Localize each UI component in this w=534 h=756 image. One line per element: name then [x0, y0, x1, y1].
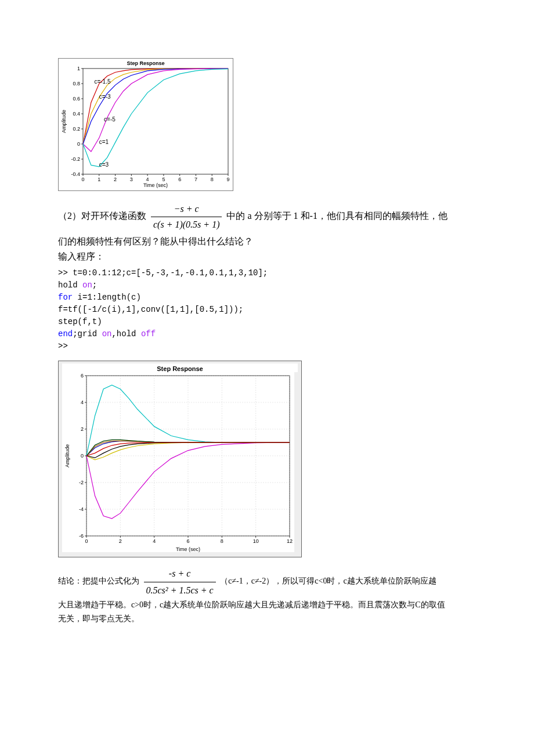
svg-text:c=-3: c=-3 [99, 93, 111, 100]
svg-text:2: 2 [114, 177, 117, 182]
chart1-container: Step Response 0123456789-0.4-0.200.20.40… [58, 58, 233, 191]
conc-prefix: 结论：把提中公式化为 [58, 577, 139, 585]
q2-fraction: −s + c c(s + 1)(0.5s + 1) [151, 201, 222, 232]
svg-text:0.4: 0.4 [73, 111, 80, 117]
svg-text:Time (sec): Time (sec) [176, 546, 200, 552]
q2-denominator: c(s + 1)(0.5s + 1) [151, 217, 222, 232]
svg-text:9: 9 [226, 177, 229, 182]
svg-text:4: 4 [81, 399, 84, 405]
svg-text:8: 8 [211, 177, 214, 182]
svg-text:-2: -2 [79, 480, 84, 485]
conc-mid: （c≠-1，c≠-2），所以可得c<0时，c越大系统单位阶跃响应越 [220, 577, 436, 585]
q2-prefix: （2）对开环传递函数 [58, 211, 146, 221]
code-l5: step(f,t) [58, 317, 102, 326]
question-2-line3: 输入程序： [58, 249, 476, 264]
svg-text:0: 0 [85, 538, 88, 544]
conc-numerator: -s + c [144, 566, 216, 581]
svg-text:0.2: 0.2 [73, 126, 80, 132]
code-l4: f=tf([-1/c(i),1],conv([1,1],[0.5,1])); [58, 305, 243, 314]
chart2-plot: 024681012-6-4-20246Time (sec)Amplitude [62, 372, 294, 552]
svg-text:6: 6 [178, 177, 181, 182]
code-l6e: off [141, 329, 156, 339]
code-l2b: on [82, 280, 92, 290]
svg-text:c=3: c=3 [99, 161, 109, 168]
q2-numerator: −s + c [151, 201, 222, 217]
svg-text:5: 5 [162, 177, 165, 182]
code-l6b: ;grid [73, 329, 102, 339]
q2-mid: 中的 a 分别等于 1 和-1，他们具有相同的幅频特性，他 [226, 211, 447, 221]
svg-text:12: 12 [287, 538, 293, 544]
svg-text:c=-1.5: c=-1.5 [94, 78, 111, 85]
svg-text:Time (sec): Time (sec) [143, 182, 168, 188]
conc-line2: 大且递增趋于平稳。c>0时，c越大系统单位阶跃响应越大且先递减后递增趋于平稳。而… [58, 598, 476, 612]
svg-text:-0.4: -0.4 [71, 171, 80, 177]
svg-text:c=1: c=1 [99, 139, 109, 145]
svg-text:-0.2: -0.2 [71, 156, 80, 162]
conclusion-block: 结论：把提中公式化为 -s + c 0.5cs² + 1.5cs + c （c≠… [58, 566, 476, 625]
svg-text:2: 2 [119, 538, 122, 544]
svg-text:8: 8 [221, 538, 223, 544]
code-l6c: on [102, 329, 112, 339]
code-l3b: i=1:length(c) [73, 293, 141, 302]
svg-text:4: 4 [153, 538, 156, 544]
svg-text:4: 4 [146, 177, 149, 182]
svg-text:1: 1 [98, 177, 100, 182]
question-2-line1: （2）对开环传递函数 −s + c c(s + 1)(0.5s + 1) 中的 … [58, 201, 476, 232]
conc-fraction: -s + c 0.5cs² + 1.5cs + c [144, 566, 216, 597]
code-l2c: ; [92, 280, 97, 290]
chart1-plot: 0123456789-0.4-0.200.20.40.60.81Time (se… [59, 66, 233, 188]
svg-text:-4: -4 [79, 506, 84, 512]
svg-text:7: 7 [194, 177, 197, 182]
svg-text:Amplitude: Amplitude [64, 444, 70, 467]
conc-denominator: 0.5cs² + 1.5cs + c [144, 582, 216, 598]
code-l6a: end [58, 329, 73, 339]
conc-line3: 无关，即与零点无关。 [58, 612, 476, 626]
svg-text:1: 1 [77, 66, 80, 71]
svg-text:0.8: 0.8 [73, 81, 80, 87]
svg-text:0: 0 [77, 141, 80, 147]
question-2-line2: 们的相频特性有何区别？能从中得出什么结论？ [58, 234, 476, 249]
svg-text:2: 2 [81, 426, 84, 432]
svg-text:c=-5: c=-5 [104, 116, 116, 123]
svg-text:-6: -6 [79, 533, 84, 539]
code-l6d: ,hold [111, 329, 140, 339]
matlab-code: >> t=0:0.1:12;c=[-5,-3,-1,-0.1,0.1,1,3,1… [58, 267, 476, 352]
chart2-title: Step Response [62, 363, 298, 372]
svg-text:0: 0 [81, 453, 84, 459]
svg-text:0: 0 [81, 177, 84, 182]
svg-text:6: 6 [81, 373, 84, 379]
svg-text:10: 10 [253, 538, 259, 544]
svg-text:Amplitude: Amplitude [61, 110, 67, 133]
code-l1: >> t=0:0.1:12;c=[-5,-3,-1,-0.1,0.1,1,3,1… [58, 268, 268, 278]
code-l7: >> [58, 341, 68, 351]
svg-text:0.6: 0.6 [73, 96, 80, 102]
svg-text:6: 6 [186, 538, 189, 544]
code-l2a: hold [58, 280, 82, 290]
svg-text:3: 3 [130, 177, 133, 182]
code-l3a: for [58, 293, 73, 302]
chart2-container: Step Response 024681012-6-4-20246Time (s… [58, 361, 302, 557]
chart1-title: Step Response [59, 59, 233, 66]
